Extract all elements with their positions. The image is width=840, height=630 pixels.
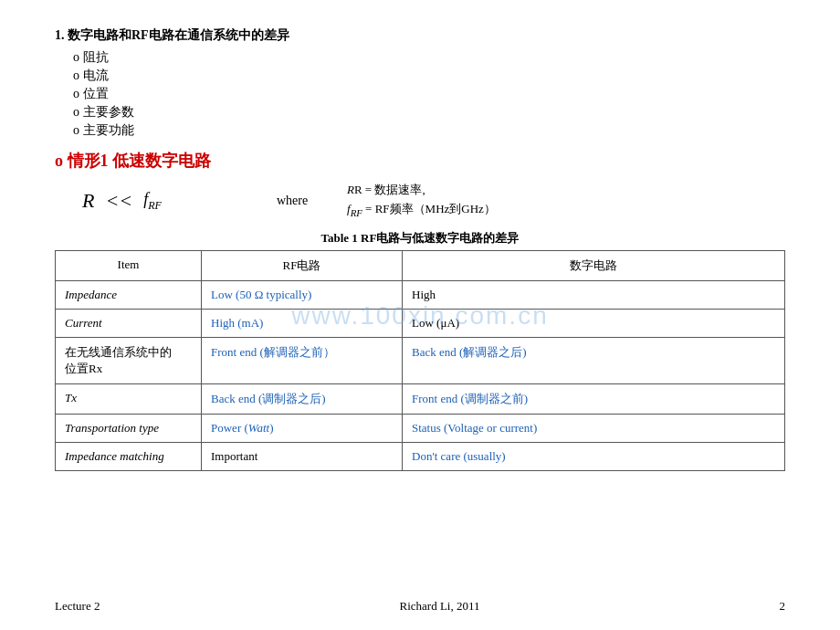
table-header-row: Item RF电路 数字电路 [56, 250, 785, 280]
table-cell-digital: Front end (调制器之前) [403, 383, 785, 414]
scenario-heading: 情形1 低速数字电路 [55, 150, 785, 172]
table-cell-digital: Status (Voltage or current) [403, 414, 785, 442]
table-cell-item: Current [56, 309, 202, 337]
footer: Lecture 2 Richard Li, 2011 2 [0, 599, 840, 614]
table-cell-item: Impedance matching [56, 442, 202, 470]
table-cell-digital: Don't care (usually) [403, 442, 785, 470]
bullet-item: 位置 [73, 86, 785, 102]
footer-center: Richard Li, 2011 [399, 599, 479, 614]
table-cell-item: Transportation type [56, 414, 202, 442]
comparison-table: Item RF电路 数字电路 ImpedanceLow (50 Ω typica… [55, 250, 785, 471]
table-row: Transportation typePower (Watt)Status (V… [56, 414, 785, 442]
table-row: ImpedanceLow (50 Ω typically)High [56, 280, 785, 309]
table-cell-rf: Power (Watt) [202, 414, 403, 442]
bullet-list: 阻抗 电流 位置 主要参数 主要功能 [55, 49, 785, 139]
table-row: CurrentHigh (mA)Low (μA) [56, 309, 785, 337]
col-header-digital: 数字电路 [403, 250, 785, 280]
section-heading: 1. 数字电路和RF电路在通信系统中的差异 [55, 27, 785, 44]
formula-right: RR = 数据速率, fRF = RF频率（MHz到GHz） [347, 181, 496, 221]
table-cell-digital: Low (μA) [403, 309, 785, 337]
table-cell-rf: Back end (调制器之后) [202, 383, 403, 414]
formula-right-line1: RR = 数据速率, [347, 181, 496, 200]
table-cell-item: Tx [56, 383, 202, 414]
formula-where: where [237, 194, 347, 208]
table-row: 在无线通信系统中的位置RxFront end (解调器之前）Back end (… [56, 337, 785, 383]
bullet-item: 主要功能 [73, 122, 785, 139]
formula-row: R << fRF where RR = 数据速率, fRF = RF频率（MHz… [55, 181, 785, 221]
bullet-item: 阻抗 [73, 49, 785, 66]
bullet-item: 电流 [73, 68, 785, 84]
table-cell-item: 在无线通信系统中的位置Rx [56, 337, 202, 383]
col-header-rf: RF电路 [202, 250, 403, 280]
table-row: TxBack end (调制器之后)Front end (调制器之前) [56, 383, 785, 414]
footer-left: Lecture 2 [55, 599, 100, 614]
table-row: Impedance matchingImportantDon't care (u… [56, 442, 785, 470]
table-cell-item: Impedance [56, 280, 202, 309]
table-cell-rf: Important [202, 442, 403, 470]
table-cell-digital: High [403, 280, 785, 309]
table-cell-digital: Back end (解调器之后) [403, 337, 785, 383]
formula-R: R [82, 189, 94, 213]
table-title: Table 1 RF电路与低速数字电路的差异 [55, 230, 785, 247]
formula-right-line2: fRF = RF频率（MHz到GHz） [347, 200, 496, 221]
formula-frf: fRF [143, 190, 162, 213]
footer-right: 2 [780, 599, 786, 614]
formula-ll: << [105, 189, 132, 213]
table-cell-rf: Low (50 Ω typically) [202, 280, 403, 309]
bullet-item: 主要参数 [73, 104, 785, 121]
formula-left: R << fRF [55, 189, 237, 213]
col-header-item: Item [56, 250, 202, 280]
table-cell-rf: Front end (解调器之前） [202, 337, 403, 383]
table-cell-rf: High (mA) [202, 309, 403, 337]
